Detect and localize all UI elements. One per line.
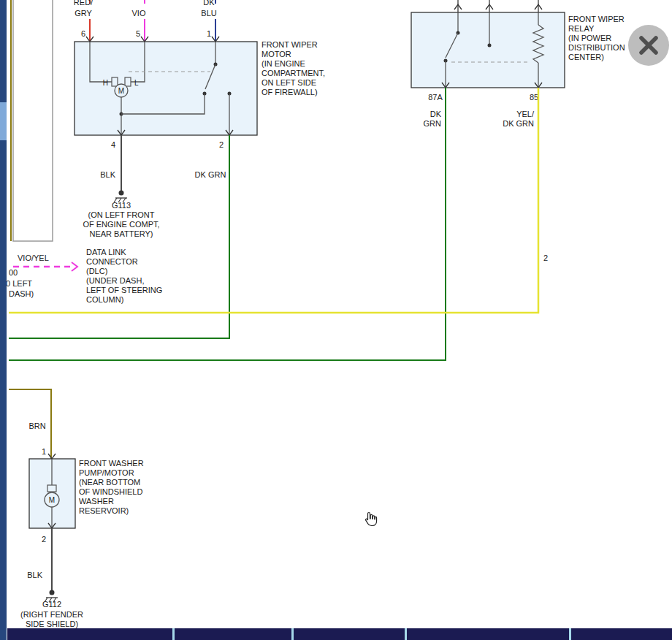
cut-text-fragment: DASH) bbox=[9, 289, 34, 298]
wire-vio: VIO 5 bbox=[132, 0, 146, 42]
wiring-diagram-canvas[interactable]: RED/ GRY 6 VIO 5 DK BLU 1 bbox=[0, 0, 672, 640]
pin-number: 2 bbox=[219, 140, 224, 149]
wire-label: VIO bbox=[132, 9, 146, 18]
cut-component-box bbox=[11, 0, 53, 241]
label-line: CONNECTOR bbox=[86, 257, 138, 266]
contact-dot bbox=[488, 44, 492, 47]
wire-label: BLU bbox=[201, 9, 216, 18]
low-speed-label: L bbox=[134, 79, 139, 87]
label-line: FRONT WIPER bbox=[261, 40, 318, 49]
wiper-relay-callout: FRONT WIPER RELAY (IN POWER DISTRIBUTION… bbox=[568, 15, 625, 61]
bottom-bar-segment-5[interactable] bbox=[571, 628, 672, 640]
pin-number: 1 bbox=[207, 29, 211, 38]
label-line: COMPARTMENT, bbox=[261, 69, 325, 77]
label-line: (IN POWER bbox=[568, 34, 611, 42]
label-line: (IN ENGINE bbox=[261, 59, 305, 68]
label-line: (NEAR BOTTOM bbox=[79, 478, 140, 487]
label-line: (DLC) bbox=[86, 267, 107, 275]
wiper-motor-box: M H L bbox=[75, 37, 257, 135]
label-line: FRONT WASHER bbox=[79, 459, 144, 468]
pin-number: 5 bbox=[136, 29, 140, 38]
diagram-viewer-window: RED/ GRY 6 VIO 5 DK BLU 1 bbox=[0, 0, 672, 640]
bottom-bar-segment-1[interactable] bbox=[7, 628, 172, 640]
wire-blk-g113: BLK G113 (ON LEFT FRONT OF ENGINE COMPT,… bbox=[83, 135, 159, 238]
pin-number: 85 bbox=[530, 93, 538, 102]
pin-number: 2 bbox=[543, 254, 548, 262]
ground-name: G113 bbox=[112, 201, 131, 210]
bottom-bar-segment-4[interactable] bbox=[407, 628, 569, 640]
label-line: OF WINDSHIELD bbox=[79, 487, 142, 496]
wire-label: VIO/YEL bbox=[18, 254, 49, 262]
close-icon bbox=[636, 33, 661, 58]
bottom-bar-segment-2[interactable] bbox=[175, 628, 291, 640]
wire-label: BRN bbox=[28, 422, 45, 430]
cut-text-fragment: 00 bbox=[9, 268, 18, 277]
wire-label: RED/ bbox=[74, 0, 93, 7]
label-line: PUMP/MOTOR bbox=[79, 468, 134, 477]
wire-red-gry: RED/ GRY 6 bbox=[74, 0, 93, 42]
left-scrollbar-thumb[interactable] bbox=[0, 102, 7, 140]
label-line: (UNDER DASH, bbox=[86, 276, 144, 285]
label-line: RELAY bbox=[568, 24, 595, 33]
label-line: SIDE SHIELD) bbox=[26, 620, 78, 628]
ground-dot bbox=[119, 191, 124, 196]
label-line: RESERVOIR) bbox=[79, 506, 129, 515]
cut-text-fragment: 0 LEFT bbox=[6, 279, 32, 288]
wiper-relay-box bbox=[411, 0, 565, 88]
label-line: (RIGHT FENDER bbox=[20, 610, 83, 619]
ground-name: G112 bbox=[42, 600, 61, 609]
label-line: DISTRIBUTION bbox=[568, 43, 625, 52]
close-button[interactable] bbox=[628, 25, 669, 66]
wire-label: DK GRN bbox=[503, 119, 534, 128]
label-line: OF FIREWALL) bbox=[261, 88, 318, 96]
wire-dk-blu: DK BLU 1 bbox=[201, 0, 216, 42]
wiper-motor-callout: FRONT WIPER MOTOR (IN ENGINE COMPARTMENT… bbox=[261, 40, 325, 96]
wire-label: DK bbox=[203, 0, 215, 7]
washer-pump-callout: FRONT WASHER PUMP/MOTOR (NEAR BOTTOM OF … bbox=[79, 459, 144, 515]
wire-label: GRN bbox=[424, 119, 442, 128]
ground-dot bbox=[50, 590, 55, 595]
pin-number: 1 bbox=[42, 447, 46, 456]
label-line: CENTER) bbox=[568, 53, 604, 61]
label-line: WASHER bbox=[79, 497, 114, 506]
pin-number: 6 bbox=[81, 29, 85, 38]
dlc-callout: VIO/YEL 00 0 LEFT DASH) DATA LINK CONNEC… bbox=[6, 248, 162, 304]
pin-number: 2 bbox=[42, 535, 46, 544]
wire-label: BLK bbox=[100, 170, 115, 179]
label-line: OF ENGINE COMPT, bbox=[83, 220, 159, 229]
bottom-bar-segment-3[interactable] bbox=[294, 628, 405, 640]
wire-label: DK bbox=[430, 110, 442, 118]
label-line: DATA LINK bbox=[86, 248, 126, 256]
wire-label: YEL/ bbox=[516, 110, 535, 118]
washer-pump-section: BRN 1 M 2 BLK G112 (RIGHT FENDER SIDE SH… bbox=[9, 389, 83, 628]
label-line: LEFT OF STEERING bbox=[86, 286, 162, 294]
label-line: (ON LEFT FRONT bbox=[88, 210, 155, 219]
wire-label: DK GRN bbox=[195, 170, 226, 179]
arrow-right-icon bbox=[72, 262, 77, 271]
high-speed-label: H bbox=[103, 79, 108, 87]
label-line: MOTOR bbox=[261, 50, 291, 58]
wire-label: GRY bbox=[75, 9, 92, 18]
label-line: FRONT WIPER bbox=[568, 15, 625, 23]
label-line: COLUMN) bbox=[86, 295, 123, 304]
pin-number: 87A bbox=[428, 93, 443, 102]
motor-letter: M bbox=[118, 87, 124, 95]
wire-label: BLK bbox=[27, 571, 42, 579]
pin-number: 4 bbox=[111, 140, 115, 149]
label-line: NEAR BATTERY) bbox=[90, 229, 153, 238]
left-scrollbar-track[interactable] bbox=[0, 0, 7, 640]
label-line: ON LEFT SIDE bbox=[261, 78, 316, 87]
motor-letter: M bbox=[49, 496, 55, 504]
